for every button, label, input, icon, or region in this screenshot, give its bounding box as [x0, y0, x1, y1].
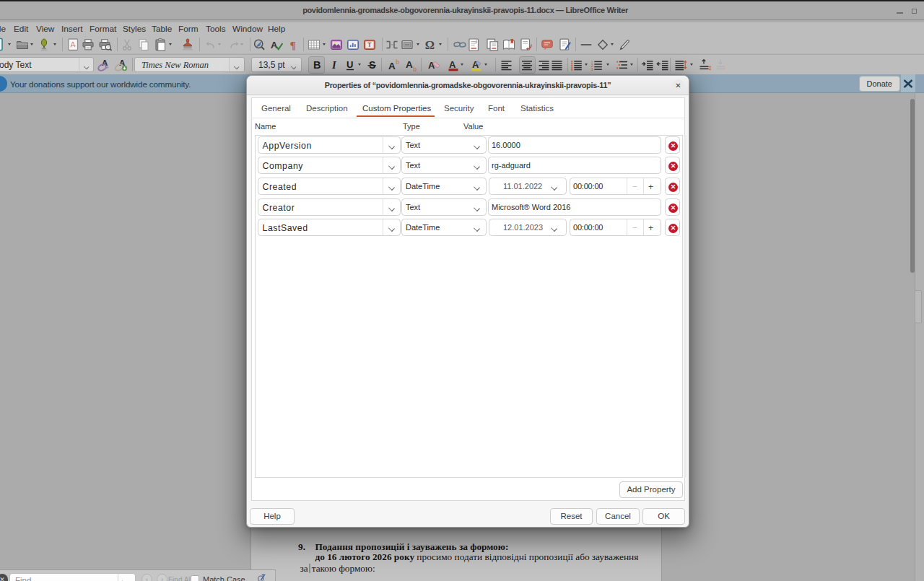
- svg-text:A: A: [449, 59, 456, 70]
- svg-text:I: I: [331, 59, 337, 71]
- svg-text:B: B: [313, 59, 321, 71]
- svg-text:Ω: Ω: [425, 38, 435, 51]
- svg-text:S: S: [369, 59, 375, 71]
- svg-text:b: b: [413, 66, 417, 72]
- svg-text:1: 1: [476, 39, 478, 43]
- svg-text:A: A: [102, 58, 108, 67]
- svg-text:A: A: [388, 61, 396, 71]
- svg-text:A: A: [406, 59, 413, 70]
- svg-text:3: 3: [591, 67, 593, 71]
- svg-text:A: A: [271, 39, 278, 50]
- svg-text:T: T: [367, 41, 372, 48]
- svg-text:U: U: [346, 59, 353, 70]
- svg-text:¶: ¶: [290, 38, 296, 51]
- svg-text:b: b: [396, 58, 399, 66]
